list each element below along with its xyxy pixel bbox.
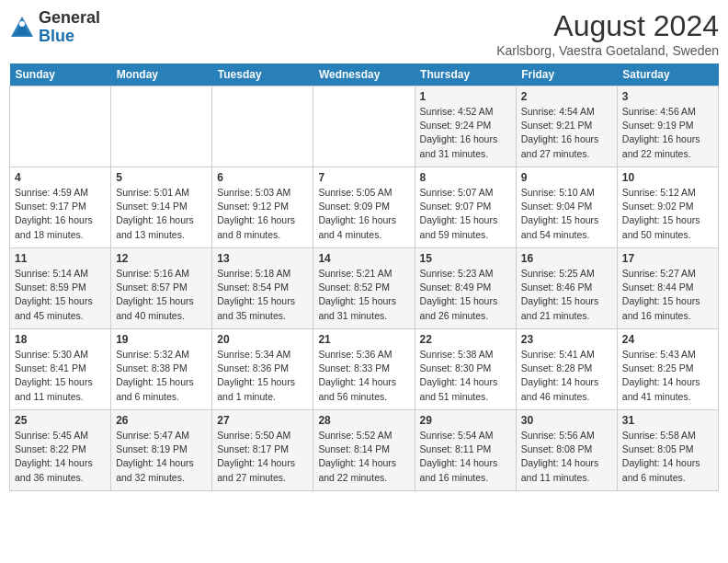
day-number: 23 bbox=[521, 333, 612, 346]
day-info: Sunrise: 5:38 AM Sunset: 8:30 PM Dayligh… bbox=[420, 348, 511, 404]
day-number: 25 bbox=[15, 414, 106, 427]
calendar-cell bbox=[10, 86, 111, 167]
calendar-cell: 26Sunrise: 5:47 AM Sunset: 8:19 PM Dayli… bbox=[111, 410, 212, 491]
day-info: Sunrise: 5:54 AM Sunset: 8:11 PM Dayligh… bbox=[420, 429, 511, 485]
day-info: Sunrise: 5:47 AM Sunset: 8:19 PM Dayligh… bbox=[116, 429, 207, 485]
day-number: 17 bbox=[622, 252, 713, 265]
calendar-cell: 19Sunrise: 5:32 AM Sunset: 8:38 PM Dayli… bbox=[111, 329, 212, 410]
day-number: 26 bbox=[116, 414, 207, 427]
day-number: 31 bbox=[622, 414, 713, 427]
day-info: Sunrise: 5:30 AM Sunset: 8:41 PM Dayligh… bbox=[15, 348, 106, 404]
calendar-cell: 29Sunrise: 5:54 AM Sunset: 8:11 PM Dayli… bbox=[415, 410, 516, 491]
day-info: Sunrise: 5:10 AM Sunset: 9:04 PM Dayligh… bbox=[521, 186, 612, 242]
day-info: Sunrise: 5:52 AM Sunset: 8:14 PM Dayligh… bbox=[318, 429, 409, 485]
calendar-cell: 8Sunrise: 5:07 AM Sunset: 9:07 PM Daylig… bbox=[415, 167, 516, 248]
day-number: 3 bbox=[622, 90, 713, 103]
day-header-tuesday: Tuesday bbox=[212, 63, 313, 86]
calendar-cell: 9Sunrise: 5:10 AM Sunset: 9:04 PM Daylig… bbox=[516, 167, 617, 248]
calendar-cell: 22Sunrise: 5:38 AM Sunset: 8:30 PM Dayli… bbox=[415, 329, 516, 410]
calendar-cell: 4Sunrise: 4:59 AM Sunset: 9:17 PM Daylig… bbox=[10, 167, 111, 248]
day-number: 22 bbox=[420, 333, 511, 346]
logo: General Blue bbox=[9, 9, 100, 46]
calendar-week-3: 11Sunrise: 5:14 AM Sunset: 8:59 PM Dayli… bbox=[10, 248, 719, 329]
day-info: Sunrise: 5:32 AM Sunset: 8:38 PM Dayligh… bbox=[116, 348, 207, 404]
calendar-cell: 18Sunrise: 5:30 AM Sunset: 8:41 PM Dayli… bbox=[10, 329, 111, 410]
day-number: 15 bbox=[420, 252, 511, 265]
day-number: 1 bbox=[420, 90, 511, 103]
day-number: 27 bbox=[217, 414, 308, 427]
day-number: 4 bbox=[15, 171, 106, 184]
day-header-monday: Monday bbox=[111, 63, 212, 86]
calendar-cell bbox=[111, 86, 212, 167]
day-info: Sunrise: 5:01 AM Sunset: 9:14 PM Dayligh… bbox=[116, 186, 207, 242]
page-header: General Blue August 2024 Karlsborg, Vaes… bbox=[9, 9, 719, 58]
day-info: Sunrise: 5:07 AM Sunset: 9:07 PM Dayligh… bbox=[420, 186, 511, 242]
day-number: 8 bbox=[420, 171, 511, 184]
day-info: Sunrise: 5:27 AM Sunset: 8:44 PM Dayligh… bbox=[622, 267, 713, 323]
day-number: 18 bbox=[15, 333, 106, 346]
logo-general-text: General bbox=[39, 8, 100, 27]
day-number: 24 bbox=[622, 333, 713, 346]
day-header-thursday: Thursday bbox=[415, 63, 516, 86]
calendar-cell: 11Sunrise: 5:14 AM Sunset: 8:59 PM Dayli… bbox=[10, 248, 111, 329]
day-header-wednesday: Wednesday bbox=[313, 63, 415, 86]
day-info: Sunrise: 5:16 AM Sunset: 8:57 PM Dayligh… bbox=[116, 267, 207, 323]
calendar-cell: 30Sunrise: 5:56 AM Sunset: 8:08 PM Dayli… bbox=[516, 410, 617, 491]
calendar-cell: 25Sunrise: 5:45 AM Sunset: 8:22 PM Dayli… bbox=[10, 410, 111, 491]
day-info: Sunrise: 5:45 AM Sunset: 8:22 PM Dayligh… bbox=[15, 429, 106, 485]
calendar-cell: 24Sunrise: 5:43 AM Sunset: 8:25 PM Dayli… bbox=[617, 329, 718, 410]
day-number: 6 bbox=[217, 171, 308, 184]
day-header-saturday: Saturday bbox=[617, 63, 718, 86]
calendar-week-1: 1Sunrise: 4:52 AM Sunset: 9:24 PM Daylig… bbox=[10, 86, 719, 167]
calendar-week-5: 25Sunrise: 5:45 AM Sunset: 8:22 PM Dayli… bbox=[10, 410, 719, 491]
calendar-cell bbox=[212, 86, 313, 167]
day-info: Sunrise: 5:18 AM Sunset: 8:54 PM Dayligh… bbox=[217, 267, 308, 323]
day-number: 9 bbox=[521, 171, 612, 184]
day-info: Sunrise: 5:12 AM Sunset: 9:02 PM Dayligh… bbox=[622, 186, 713, 242]
day-info: Sunrise: 5:21 AM Sunset: 8:52 PM Dayligh… bbox=[318, 267, 409, 323]
calendar-cell: 16Sunrise: 5:25 AM Sunset: 8:46 PM Dayli… bbox=[516, 248, 617, 329]
day-number: 12 bbox=[116, 252, 207, 265]
calendar-cell: 21Sunrise: 5:36 AM Sunset: 8:33 PM Dayli… bbox=[313, 329, 415, 410]
calendar-cell: 3Sunrise: 4:56 AM Sunset: 9:19 PM Daylig… bbox=[617, 86, 718, 167]
day-header-sunday: Sunday bbox=[10, 63, 111, 86]
calendar-cell: 1Sunrise: 4:52 AM Sunset: 9:24 PM Daylig… bbox=[415, 86, 516, 167]
logo-icon bbox=[9, 15, 35, 40]
calendar-cell: 31Sunrise: 5:58 AM Sunset: 8:05 PM Dayli… bbox=[617, 410, 718, 491]
calendar-cell: 6Sunrise: 5:03 AM Sunset: 9:12 PM Daylig… bbox=[212, 167, 313, 248]
day-info: Sunrise: 4:56 AM Sunset: 9:19 PM Dayligh… bbox=[622, 105, 713, 161]
calendar-cell bbox=[313, 86, 415, 167]
calendar-cell: 7Sunrise: 5:05 AM Sunset: 9:09 PM Daylig… bbox=[313, 167, 415, 248]
calendar-week-2: 4Sunrise: 4:59 AM Sunset: 9:17 PM Daylig… bbox=[10, 167, 719, 248]
month-year-title: August 2024 bbox=[496, 9, 719, 43]
day-number: 19 bbox=[116, 333, 207, 346]
day-number: 2 bbox=[521, 90, 612, 103]
day-number: 14 bbox=[318, 252, 409, 265]
day-info: Sunrise: 5:05 AM Sunset: 9:09 PM Dayligh… bbox=[318, 186, 409, 242]
day-info: Sunrise: 5:50 AM Sunset: 8:17 PM Dayligh… bbox=[217, 429, 308, 485]
day-info: Sunrise: 4:59 AM Sunset: 9:17 PM Dayligh… bbox=[15, 186, 106, 242]
day-info: Sunrise: 5:34 AM Sunset: 8:36 PM Dayligh… bbox=[217, 348, 308, 404]
calendar-cell: 5Sunrise: 5:01 AM Sunset: 9:14 PM Daylig… bbox=[111, 167, 212, 248]
calendar-cell: 13Sunrise: 5:18 AM Sunset: 8:54 PM Dayli… bbox=[212, 248, 313, 329]
title-block: August 2024 Karlsborg, Vaestra Goetaland… bbox=[496, 9, 719, 58]
day-number: 30 bbox=[521, 414, 612, 427]
calendar-week-4: 18Sunrise: 5:30 AM Sunset: 8:41 PM Dayli… bbox=[10, 329, 719, 410]
logo-blue-text: Blue bbox=[39, 27, 74, 45]
calendar-cell: 2Sunrise: 4:54 AM Sunset: 9:21 PM Daylig… bbox=[516, 86, 617, 167]
day-info: Sunrise: 4:52 AM Sunset: 9:24 PM Dayligh… bbox=[420, 105, 511, 161]
day-number: 11 bbox=[15, 252, 106, 265]
calendar-cell: 12Sunrise: 5:16 AM Sunset: 8:57 PM Dayli… bbox=[111, 248, 212, 329]
calendar-cell: 28Sunrise: 5:52 AM Sunset: 8:14 PM Dayli… bbox=[313, 410, 415, 491]
day-info: Sunrise: 5:03 AM Sunset: 9:12 PM Dayligh… bbox=[217, 186, 308, 242]
day-info: Sunrise: 4:54 AM Sunset: 9:21 PM Dayligh… bbox=[521, 105, 612, 161]
day-info: Sunrise: 5:23 AM Sunset: 8:49 PM Dayligh… bbox=[420, 267, 511, 323]
day-info: Sunrise: 5:36 AM Sunset: 8:33 PM Dayligh… bbox=[318, 348, 409, 404]
location-subtitle: Karlsborg, Vaestra Goetaland, Sweden bbox=[496, 43, 719, 58]
day-number: 16 bbox=[521, 252, 612, 265]
day-info: Sunrise: 5:25 AM Sunset: 8:46 PM Dayligh… bbox=[521, 267, 612, 323]
day-number: 28 bbox=[318, 414, 409, 427]
day-info: Sunrise: 5:43 AM Sunset: 8:25 PM Dayligh… bbox=[622, 348, 713, 404]
calendar-table: SundayMondayTuesdayWednesdayThursdayFrid… bbox=[9, 63, 719, 491]
calendar-cell: 20Sunrise: 5:34 AM Sunset: 8:36 PM Dayli… bbox=[212, 329, 313, 410]
